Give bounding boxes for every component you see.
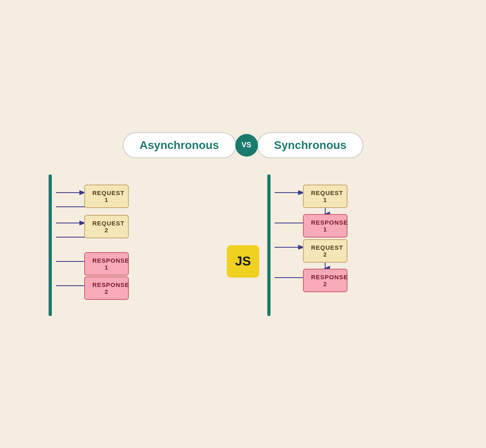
sync-title: Synchronous: [257, 132, 364, 158]
vs-circle: VS: [235, 134, 258, 157]
async-response2-box: RESPONSE 2: [84, 276, 129, 300]
sync-diagram: REQUEST 1 RESPONSE 1 REQUEST 2 RESPONSE …: [275, 174, 396, 316]
diagram-container: Asynchronous VS Synchronous: [49, 132, 437, 316]
content-row: REQUEST 1 REQUEST 2 RESPONSE 1 RESPONSE …: [49, 174, 437, 316]
async-response1-box: RESPONSE 1: [84, 252, 129, 276]
async-section: REQUEST 1 REQUEST 2 RESPONSE 1 RESPONSE …: [49, 174, 219, 316]
js-badge: JS: [227, 245, 259, 278]
sync-response1-box: RESPONSE 1: [303, 214, 347, 238]
async-vertical-bar: [49, 174, 52, 316]
sync-request2-box: REQUEST 2: [303, 239, 347, 263]
async-request1-box: REQUEST 1: [84, 185, 129, 208]
async-diagram: REQUEST 1 REQUEST 2 RESPONSE 1 RESPONSE …: [56, 174, 177, 316]
header-row: Asynchronous VS Synchronous: [49, 132, 437, 158]
sync-request1-box: REQUEST 1: [303, 185, 347, 208]
sync-section: REQUEST 1 RESPONSE 1 REQUEST 2 RESPONSE …: [267, 174, 437, 316]
async-title: Asynchronous: [123, 132, 236, 158]
async-request2-box: REQUEST 2: [84, 215, 129, 238]
sync-vertical-bar: [267, 174, 271, 316]
sync-response2-box: RESPONSE 2: [303, 269, 347, 292]
